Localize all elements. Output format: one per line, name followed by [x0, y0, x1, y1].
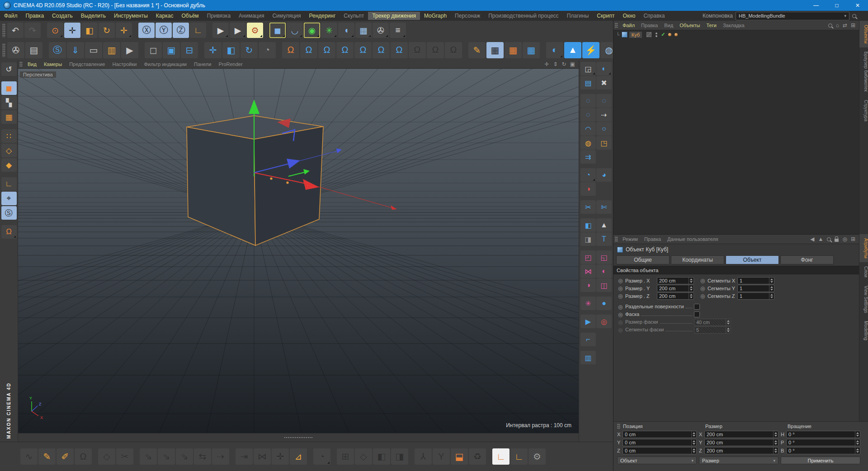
- snap-mode-icon[interactable]: Ⓢ: [1, 206, 17, 220]
- stepper-arrows[interactable]: [773, 447, 778, 454]
- sculpt-brush-b-icon[interactable]: ◕: [596, 168, 612, 182]
- animation-dot-icon[interactable]: ◎: [618, 311, 625, 318]
- attribute-tab-1[interactable]: Координаты: [671, 255, 724, 264]
- stepper-arrows[interactable]: [855, 439, 860, 446]
- circle-selection-icon[interactable]: ○: [596, 122, 612, 136]
- video-player-icon[interactable]: ▶: [121, 42, 138, 58]
- tweak-mode-icon[interactable]: ⌖: [1, 192, 17, 205]
- sketchfab-icon[interactable]: Ⓢ: [49, 42, 66, 58]
- workplane-lock-icon[interactable]: ▦: [486, 42, 504, 58]
- checkbox[interactable]: [694, 311, 700, 317]
- angle-pie-icon[interactable]: ◔: [259, 42, 276, 58]
- home-icon[interactable]: ⌂: [836, 22, 839, 28]
- spline-pen-icon[interactable]: ◡: [287, 23, 303, 38]
- sphere-half-b-icon[interactable]: ◑: [580, 278, 596, 292]
- snap-axis-icon[interactable]: Ω: [336, 42, 354, 58]
- stepper-arrows[interactable]: [689, 293, 693, 299]
- cap-fillet-icon[interactable]: ◍: [580, 136, 596, 150]
- bend-deformer-icon[interactable]: ◖: [338, 23, 354, 38]
- stepper-arrows[interactable]: [689, 278, 693, 284]
- perspective-viewport[interactable]: Перспектива Интервал растра : 100 cm: [18, 69, 579, 433]
- polygon-delete-icon[interactable]: ✖: [596, 76, 612, 89]
- menu-item-3[interactable]: Выделить: [77, 12, 110, 20]
- value-field[interactable]: 0 °: [786, 439, 860, 446]
- clipboard-icon[interactable]: ▤: [25, 42, 42, 58]
- stepper-arrows[interactable]: [769, 278, 774, 284]
- side-tab-0[interactable]: Объекты: [859, 21, 868, 47]
- import-arrow-icon[interactable]: ⇓: [67, 42, 84, 58]
- extrude-tool-icon[interactable]: ⇘: [140, 448, 157, 465]
- value-field[interactable]: 200 cm: [657, 292, 694, 300]
- viewport-bottom-divider[interactable]: [18, 433, 579, 442]
- target-sphere-icon[interactable]: ◎: [596, 315, 612, 328]
- viewport-menu-item-0[interactable]: Вид: [24, 61, 40, 67]
- search-icon[interactable]: [828, 24, 832, 28]
- target-icon[interactable]: ◎: [842, 236, 847, 242]
- spline-smooth-tool-icon[interactable]: ✐: [57, 448, 74, 465]
- lasso-selection-icon[interactable]: ◌: [580, 108, 596, 122]
- points-mode-icon[interactable]: ∷: [1, 129, 17, 143]
- value-field[interactable]: 0 cm: [623, 447, 697, 454]
- split-y-tool-icon[interactable]: ⅄: [415, 448, 432, 465]
- viewport-menu-item-1[interactable]: Камеры: [40, 61, 66, 67]
- layer-toggle-icon[interactable]: [646, 32, 651, 37]
- object-manager-menu-item-5[interactable]: Закладка: [720, 22, 748, 28]
- value-field[interactable]: 200 cm: [704, 439, 778, 446]
- value-field[interactable]: 0 cm: [623, 439, 697, 446]
- stepper-arrows[interactable]: [769, 285, 774, 292]
- iron-tool-icon[interactable]: ⇥: [236, 448, 253, 465]
- gizmo-handle-dot[interactable]: [286, 181, 288, 184]
- position-mode-dropdown[interactable]: Объект▾: [617, 457, 697, 464]
- menu-item-15[interactable]: Производственный процесс: [484, 12, 562, 20]
- snap-enable-icon[interactable]: Ω: [282, 42, 299, 58]
- enabled-check-icon[interactable]: ✓: [661, 32, 665, 38]
- menu-item-4[interactable]: Инструменты: [110, 12, 152, 20]
- dolly-view-icon[interactable]: ⇕: [552, 61, 559, 67]
- soft-selection-icon[interactable]: ◠: [580, 122, 596, 136]
- split-cubes-icon[interactable]: ◫: [596, 278, 612, 292]
- scale-blue-icon[interactable]: ◧: [222, 42, 240, 58]
- menu-item-1[interactable]: Правка: [22, 12, 48, 20]
- boole-cut-icon[interactable]: ◱: [596, 250, 612, 264]
- object-manager-menu-item-4[interactable]: Теги: [703, 22, 720, 28]
- stepper-arrows[interactable]: [773, 431, 778, 438]
- object-row-cube[interactable]: └ Куб ✓: [613, 30, 859, 39]
- ngon-tool-icon[interactable]: ◇: [355, 448, 372, 465]
- magnet-snap-icon[interactable]: Ω: [1, 225, 17, 239]
- boole-corner-icon[interactable]: ◰: [580, 250, 596, 264]
- connect-play-icon[interactable]: ▶: [580, 315, 596, 328]
- attribute-tab-3[interactable]: Фонг: [780, 255, 834, 264]
- menu-item-12[interactable]: Трекер движения: [368, 12, 420, 20]
- axis-lasso-icon[interactable]: ∟: [492, 448, 509, 465]
- gizmo-handle-dot[interactable]: [270, 177, 272, 179]
- stepper-arrows[interactable]: [691, 439, 696, 446]
- smooth-shift-tool-icon[interactable]: ⇘: [176, 448, 193, 465]
- attribute-manager-menu-item-0[interactable]: Режим: [619, 236, 641, 242]
- object-manager-menu-item-2[interactable]: Вид: [661, 22, 676, 28]
- rotate-blue-icon[interactable]: ↻: [241, 42, 258, 58]
- attribute-tab-2[interactable]: Объект: [726, 255, 779, 264]
- attribute-manager-menu-item-1[interactable]: Правка: [641, 236, 664, 242]
- viewport-menu-item-2[interactable]: Представление: [66, 61, 108, 67]
- object-manager-menu-item-3[interactable]: Объекты: [676, 22, 703, 28]
- menu-item-5[interactable]: Каркас: [152, 12, 178, 20]
- minimize-button[interactable]: —: [806, 0, 826, 11]
- viewport-menu-item-5[interactable]: Панели: [190, 61, 215, 67]
- animation-dot-icon[interactable]: ◎: [700, 278, 708, 284]
- lock-y-axis-icon[interactable]: Ⓨ: [156, 23, 172, 38]
- search-icon[interactable]: [827, 237, 831, 241]
- rotate-view-icon[interactable]: ↻: [561, 61, 567, 67]
- stepper-arrows[interactable]: [689, 285, 693, 292]
- stepper-arrows[interactable]: [691, 431, 696, 438]
- visibility-dots[interactable]: [656, 33, 657, 37]
- menu-item-19[interactable]: Справка: [639, 12, 669, 20]
- primitive-group-icon[interactable]: ▲: [596, 218, 612, 232]
- cage-tool-icon[interactable]: ◇: [98, 448, 115, 465]
- size-mode-dropdown[interactable]: Размер▾: [699, 457, 778, 464]
- brush-plus-tool-icon[interactable]: ◔: [313, 448, 330, 465]
- texture-mode-icon[interactable]: ▚: [1, 96, 17, 109]
- snap-spline-icon[interactable]: Ω: [373, 42, 390, 58]
- plane-cut-icon[interactable]: ◐: [596, 62, 612, 75]
- animation-dot-icon[interactable]: ◎: [618, 319, 625, 325]
- floor-icon[interactable]: ▦: [355, 23, 372, 38]
